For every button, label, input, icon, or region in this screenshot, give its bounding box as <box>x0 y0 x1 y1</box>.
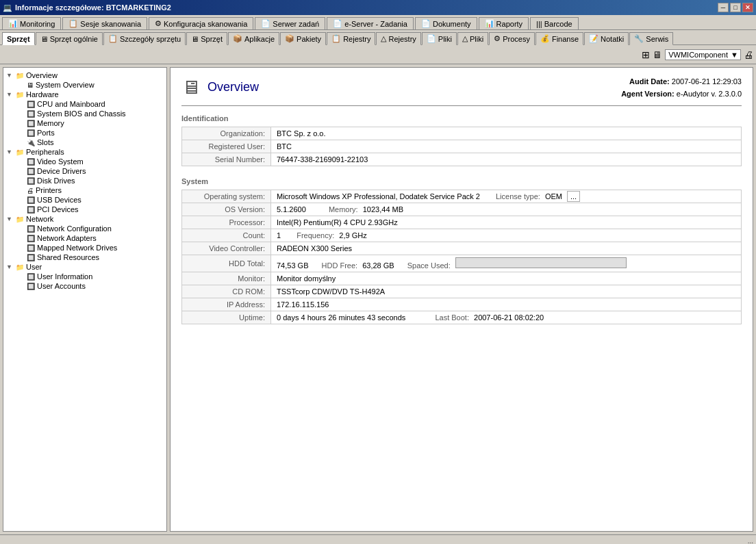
subtab-rejestry1[interactable]: 📋 Rejestry <box>327 32 375 45</box>
tree-item-drivers[interactable]: 🔲 Device Drivers <box>3 166 166 176</box>
identification-table: Organization: BTC Sp. z o.o. Registered … <box>181 127 742 166</box>
dropdown-arrow-icon: ▼ <box>731 51 738 59</box>
tree-item-slots[interactable]: 🔌 Slots <box>3 138 166 147</box>
tree-item-peripherals[interactable]: ▼ 📁 Peripherals <box>3 147 166 157</box>
tab-eserver[interactable]: 📄 e-Server - Zadania <box>327 17 414 29</box>
subtab-sprzet-ogolnie[interactable]: 🖥 Sprzęt ogólnie <box>36 32 103 45</box>
uptime-label: Uptime: <box>182 311 271 324</box>
tab-dokumenty-label: Dokumenty <box>433 20 471 28</box>
tree-item-overview[interactable]: ▼ 📁 Overview <box>3 70 166 80</box>
subtab-pliki1[interactable]: 📄 Pliki <box>422 32 457 45</box>
subtab-finanse[interactable]: 💰 Finanse <box>536 32 583 45</box>
subtab-notatki[interactable]: 📝 Notatki <box>584 32 629 45</box>
tree-item-usb[interactable]: 🔲 USB Devices <box>3 195 166 205</box>
tree-item-memory[interactable]: 🔲 Memory <box>3 118 166 128</box>
tree-item-useraccounts[interactable]: 🔲 User Accounts <box>3 281 166 291</box>
maximize-button[interactable]: □ <box>730 3 741 12</box>
subtab-rejestry2-icon: △ <box>381 34 386 43</box>
subtab-procesy-label: Procesy <box>503 35 530 43</box>
subtab-sprzet2-label: Sprzęt <box>201 35 223 43</box>
main-tab-row: 📊 Monitoring 📋 Sesje skanowania ⚙ Konfig… <box>0 15 756 30</box>
subtab-sprzet[interactable]: Sprzęt <box>2 32 35 45</box>
subtab-pliki2[interactable]: △ Pliki <box>457 32 488 45</box>
subtab-szczegoly[interactable]: 📋 Szczegóły sprzętu <box>103 32 186 45</box>
subtab-finanse-icon: 💰 <box>540 34 550 43</box>
expand-overview-icon: ▼ <box>6 72 16 79</box>
tree-item-bios[interactable]: 🔲 System BIOS and Chassis <box>3 109 166 118</box>
printers-icon: 🖨 <box>27 187 34 194</box>
tree-label-cpu: CPU and Mainboard <box>37 100 105 108</box>
tree-item-hardware[interactable]: ▼ 📁 Hardware <box>3 90 166 99</box>
license-value-text: OEM <box>545 192 562 200</box>
tree-panel: ▼ 📁 Overview 🖥 System Overview ▼ 📁 Hardw… <box>3 67 167 532</box>
expand-user-icon: ▼ <box>6 263 16 270</box>
tab-monitoring[interactable]: 📊 Monitoring <box>2 17 61 29</box>
system-table: Operating system: Microsoft Windows XP P… <box>181 190 742 324</box>
subtab-pakiety-label: Pakiety <box>297 35 321 43</box>
tree-item-printers[interactable]: 🖨 Printers <box>3 185 166 195</box>
eserver-icon: 📄 <box>333 19 342 28</box>
tab-konfiguracja[interactable]: ⚙ Konfiguracja skanowania <box>149 17 253 29</box>
tree-item-pci[interactable]: 🔲 PCI Devices <box>3 205 166 214</box>
print-icon[interactable]: 🖨 <box>744 49 753 60</box>
tab-dokumenty[interactable]: 📄 Dokumenty <box>415 17 477 29</box>
subtab-pakiety-icon: 📦 <box>285 34 294 43</box>
hdd-total-label: HDD Total: <box>182 255 271 272</box>
tab-sesje[interactable]: 📋 Sesje skanowania <box>62 17 147 29</box>
subtab-aplikacje[interactable]: 📦 Aplikacje <box>228 32 279 45</box>
osver-label: OS Version: <box>182 203 271 216</box>
subtab-procesy-icon: ⚙ <box>494 34 501 43</box>
minimize-button[interactable]: ─ <box>718 3 729 12</box>
user-label: Registered User: <box>182 140 271 153</box>
subtab-procesy[interactable]: ⚙ Procesy <box>489 32 535 45</box>
tab-barcode[interactable]: ||| Barcode <box>530 17 579 29</box>
tab-serwer[interactable]: 📄 Serwer zadań <box>255 17 325 29</box>
overview-header: 🖥 Overview Audit Date: 2007-06-21 12:29:… <box>181 76 742 106</box>
license-label: License type: <box>496 192 540 200</box>
cdrom-value: TSSTcorp CDW/DVD TS-H492A <box>271 285 742 298</box>
subtab-serwis[interactable]: 🔧 Serwis <box>629 32 673 45</box>
subtab-rejestry2[interactable]: △ Rejestry <box>376 32 420 45</box>
count-value: 1 <box>277 231 281 239</box>
tree-item-user-group[interactable]: ▼ 📁 User <box>3 262 166 272</box>
tree-label-netadapters: Network Adapters <box>37 234 97 242</box>
sub-tab-row: Sprzęt 🖥 Sprzęt ogólnie 📋 Szczegóły sprz… <box>0 30 756 44</box>
subtab-pliki1-icon: 📄 <box>427 34 436 43</box>
subtab-notatki-icon: 📝 <box>589 34 598 43</box>
org-value: BTC Sp. z o.o. <box>271 127 742 140</box>
hdd-free-label: HDD Free: <box>322 261 358 270</box>
org-row: Organization: BTC Sp. z o.o. <box>182 127 742 140</box>
grid-icon: ⊞ <box>642 49 650 60</box>
tree-item-cpu[interactable]: 🔲 CPU and Mainboard <box>3 99 166 109</box>
tree-item-mapped[interactable]: 🔲 Mapped Network Drives <box>3 243 166 252</box>
subtab-serwis-icon: 🔧 <box>634 34 644 43</box>
ip-row: IP Address: 172.16.115.156 <box>182 298 742 311</box>
netconfig-icon: 🔲 <box>27 225 35 233</box>
audit-date-row: Audit Date: 2007-06-21 12:29:03 <box>621 76 742 88</box>
vwmi-dropdown[interactable]: VWMIComponent ▼ <box>665 49 741 60</box>
folder-peripherals-icon: 📁 <box>16 148 24 156</box>
drivers-icon: 🔲 <box>27 168 35 175</box>
tree-item-system-overview[interactable]: 🖥 System Overview <box>3 80 166 90</box>
tree-item-video[interactable]: 🔲 Video System <box>3 157 166 166</box>
license-detail-button[interactable]: ... <box>567 191 580 202</box>
tree-label-user-group: User <box>26 263 42 271</box>
subtab-sprzet2[interactable]: 🖥 Sprzęt <box>186 32 227 45</box>
tree-item-netadapters[interactable]: 🔲 Network Adapters <box>3 233 166 243</box>
tree-item-shared[interactable]: 🔲 Shared Resources <box>3 252 166 262</box>
tree-item-network-group[interactable]: ▼ 📁 Network <box>3 214 166 224</box>
tab-raporty[interactable]: 📊 Raporty <box>479 17 529 29</box>
vwmi-label: VWMIComponent <box>668 51 728 59</box>
tree-item-ports[interactable]: 🔲 Ports <box>3 128 166 138</box>
status-bar: ... <box>0 534 756 544</box>
monitoring-icon: 📊 <box>8 19 18 28</box>
overview-meta: Audit Date: 2007-06-21 12:29:03 Agent Ve… <box>621 76 742 100</box>
close-button[interactable]: ✕ <box>742 3 753 12</box>
hdd-row: HDD Total: 74,53 GB HDD Free: 63,28 GB S… <box>182 255 742 272</box>
subtab-pakiety[interactable]: 📦 Pakiety <box>280 32 326 45</box>
slots-icon: 🔌 <box>27 139 35 146</box>
tree-item-netconfig[interactable]: 🔲 Network Configuration <box>3 224 166 233</box>
tree-item-disk[interactable]: 🔲 Disk Drives <box>3 176 166 185</box>
tree-item-userinfo[interactable]: 🔲 User Information <box>3 272 166 281</box>
processor-row: Processor: Intel(R) Pentium(R) 4 CPU 2.9… <box>182 216 742 229</box>
